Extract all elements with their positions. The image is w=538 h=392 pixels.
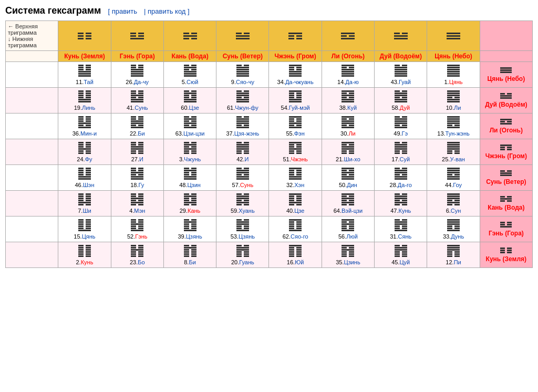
hex-link-3-6[interactable]: Суй — [400, 156, 410, 162]
side-header-top — [480, 21, 532, 51]
hex-link-0-3[interactable]: Сяо-чу — [236, 79, 254, 85]
hex-link-6-6[interactable]: Сянь — [398, 233, 412, 240]
hex-link-1-4[interactable]: Гуй-мэй — [289, 105, 310, 111]
hex-cell-1-0: 19.Линь — [58, 88, 111, 114]
hex-cell-2-3: 37.Цзя-жэнь — [216, 114, 269, 139]
hex-link-4-0[interactable]: Шэн — [83, 182, 95, 188]
hex-link-6-3[interactable]: Цзянь — [239, 233, 255, 240]
hex-link-2-1[interactable]: Би — [138, 130, 144, 137]
hex-link-7-4[interactable]: Юй — [295, 259, 304, 265]
hex-link-4-4[interactable]: Хэн — [294, 182, 304, 188]
hex-link-1-3[interactable]: Чжун-фу — [235, 105, 258, 111]
hex-link-5-5[interactable]: Вэй-цзи — [342, 208, 363, 214]
hex-cell-5-1: 4.Мэн — [111, 191, 163, 216]
hex-link-3-3[interactable]: И — [245, 156, 249, 162]
hex-link-3-4[interactable]: Чжэнь — [291, 156, 308, 162]
hex-link-1-6[interactable]: Дуй — [400, 105, 410, 111]
hex-link-4-5[interactable]: Дин — [347, 182, 357, 188]
row-first-cell-4 — [6, 165, 58, 191]
hex-link-7-2[interactable]: Би — [189, 259, 195, 265]
hex-link-3-0[interactable]: Фу — [85, 156, 92, 162]
hex-link-1-7[interactable]: Ли — [454, 105, 461, 111]
cell-content-7-2: 8.Би — [165, 244, 215, 265]
hex-link-0-6[interactable]: Гуай — [399, 79, 411, 85]
hex-link-6-5[interactable]: Люй — [346, 233, 358, 240]
hexagram-symbol-7-2 — [184, 244, 196, 257]
hex-label-6-6: 31.Сянь — [390, 233, 411, 240]
hex-label-6-5: 56.Люй — [338, 233, 358, 240]
hex-link-0-2[interactable]: Сюй — [187, 79, 198, 85]
hex-link-1-1[interactable]: Сунь — [134, 105, 148, 111]
hex-link-5-3[interactable]: Хуань — [239, 208, 254, 214]
hex-link-0-1[interactable]: Да-чу — [134, 79, 149, 85]
hex-link-0-0[interactable]: Тай — [84, 79, 94, 85]
hex-link-5-7[interactable]: Сун — [451, 208, 461, 214]
hex-link-2-4[interactable]: Фэн — [294, 130, 305, 137]
side-header-label-7: Кунь (Земля) — [486, 255, 526, 263]
hex-link-3-5[interactable]: Ши-хо — [344, 156, 360, 162]
hexagram-symbol-0-6 — [395, 64, 407, 77]
hex-link-6-0[interactable]: Цянь — [82, 233, 96, 240]
hex-link-4-1[interactable]: Гу — [139, 182, 144, 188]
hex-link-0-5[interactable]: Да-ю — [345, 79, 358, 85]
hexagram-symbol-0-1 — [131, 64, 143, 77]
hex-link-7-5[interactable]: Цзинь — [344, 259, 360, 265]
upper-trigram-arrow: ← Верхняя триграмма — [8, 23, 38, 36]
hex-link-6-7[interactable]: Дунь — [451, 233, 464, 240]
hex-link-7-1[interactable]: Бо — [138, 259, 144, 265]
hex-link-4-7[interactable]: Гоу — [453, 182, 462, 188]
cell-content-5-1: 4.Мэн — [112, 193, 162, 214]
hex-link-2-7[interactable]: Тун-жэнь — [446, 130, 470, 137]
hex-link-7-6[interactable]: Цуй — [399, 259, 410, 265]
hex-link-4-3[interactable]: Сунь — [240, 182, 253, 188]
hex-link-0-4[interactable]: Да-чжуань — [285, 79, 314, 85]
hex-link-5-4[interactable]: Цзе — [294, 208, 304, 214]
cell-content-7-4: 16.Юй — [270, 244, 320, 265]
hex-link-3-7[interactable]: У-ван — [450, 156, 465, 162]
hexagram-symbol-2-4 — [289, 116, 302, 129]
hex-cell-5-6: 47.Кунь — [375, 191, 427, 216]
hex-link-2-6[interactable]: Гэ — [402, 130, 408, 137]
hexagram-symbol-0-5 — [342, 64, 354, 77]
hex-link-2-3[interactable]: Цзя-жэнь — [234, 130, 260, 137]
hex-link-7-3[interactable]: Гуань — [239, 259, 254, 265]
col-header-symbol-3 — [216, 21, 269, 51]
hex-link-5-0[interactable]: Ши — [82, 208, 91, 214]
edit-link[interactable]: [ править — [108, 7, 137, 15]
hex-label-2-1: 22.Би — [130, 130, 145, 137]
cell-content-3-5: 21.Ши-хо — [323, 141, 373, 162]
hex-link-0-7[interactable]: Цянь — [449, 79, 463, 85]
cell-content-6-1: 52.Гэнь — [112, 219, 162, 240]
hex-link-5-6[interactable]: Кунь — [399, 208, 411, 214]
hex-link-2-0[interactable]: Мин-и — [80, 130, 97, 137]
cell-content-0-5: 14.Да-ю — [323, 64, 373, 85]
hex-link-3-2[interactable]: Чжунь — [184, 156, 201, 162]
hex-link-5-2[interactable]: Кань — [188, 208, 200, 214]
hex-link-2-5[interactable]: Ли — [348, 130, 355, 137]
hex-cell-6-1: 52.Гэнь — [111, 216, 163, 242]
edit-code-link[interactable]: | править код ] — [144, 7, 190, 15]
hex-link-5-1[interactable]: Мэн — [134, 208, 145, 214]
hex-link-7-7[interactable]: Пи — [454, 259, 461, 265]
hex-link-1-0[interactable]: Линь — [82, 105, 95, 111]
hex-link-1-5[interactable]: Куй — [347, 105, 357, 111]
hex-cell-3-6: 17.Суй — [375, 139, 427, 165]
hex-link-6-4[interactable]: Сяо-го — [291, 233, 308, 240]
hex-link-3-1[interactable]: И — [139, 156, 143, 162]
cell-content-6-2: 39.Цзянь — [165, 219, 215, 240]
hex-label-7-1: 23.Бо — [130, 259, 145, 265]
hex-label-2-3: 37.Цзя-жэнь — [226, 130, 259, 137]
col-header-symbol-4 — [269, 21, 322, 51]
hex-link-2-2[interactable]: Цзи-цзи — [183, 130, 204, 137]
hex-link-7-0[interactable]: Кунь — [81, 259, 94, 265]
hex-link-4-6[interactable]: Да-го — [398, 182, 412, 188]
hex-link-4-2[interactable]: Цзин — [187, 182, 200, 188]
hex-link-6-2[interactable]: Цзянь — [186, 233, 202, 240]
hexagram-symbol-2-7 — [447, 116, 460, 129]
hex-link-1-2[interactable]: Цзе — [189, 105, 199, 111]
hexagram-symbol-0-3 — [236, 64, 249, 77]
hexagram-symbol-7-4 — [289, 244, 302, 257]
hex-cell-1-7: 10.Ли — [427, 88, 480, 114]
hexagram-symbol-6-5 — [342, 219, 354, 232]
hex-link-6-1[interactable]: Гэнь — [135, 233, 147, 240]
